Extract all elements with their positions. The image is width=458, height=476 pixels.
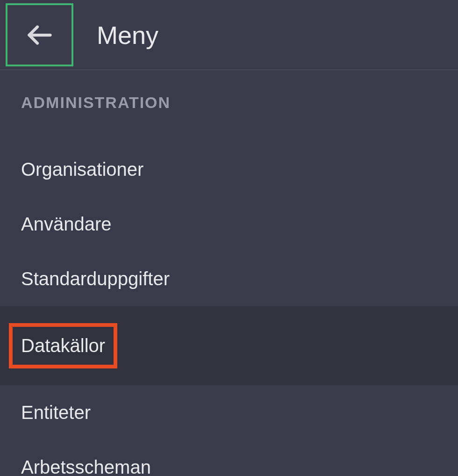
menu-item-label: Standarduppgifter: [21, 268, 170, 289]
menu-item-entiteter[interactable]: Entiteter: [0, 385, 458, 440]
header: Meny: [0, 0, 458, 70]
menu-content: ADMINISTRATION Organisationer Användare …: [0, 70, 458, 476]
menu-item-datakallor[interactable]: Datakällor: [0, 306, 458, 385]
page-title: Meny: [97, 21, 158, 50]
highlight-box: Datakällor: [9, 323, 117, 368]
menu-item-label: Datakällor: [21, 335, 105, 356]
menu-item-anvandare[interactable]: Användare: [0, 197, 458, 252]
menu-item-arbetsscheman[interactable]: Arbetsscheman: [0, 440, 458, 476]
menu-item-organisationer[interactable]: Organisationer: [0, 142, 458, 197]
menu-item-standarduppgifter[interactable]: Standarduppgifter: [0, 252, 458, 306]
menu-item-label: Entiteter: [21, 402, 91, 423]
back-button[interactable]: [6, 3, 73, 66]
arrow-left-icon: [26, 21, 54, 49]
section-label: ADMINISTRATION: [0, 94, 458, 112]
menu-item-label: Användare: [21, 214, 111, 234]
menu-item-label: Arbetsscheman: [21, 457, 151, 476]
menu-item-label: Organisationer: [21, 159, 143, 180]
